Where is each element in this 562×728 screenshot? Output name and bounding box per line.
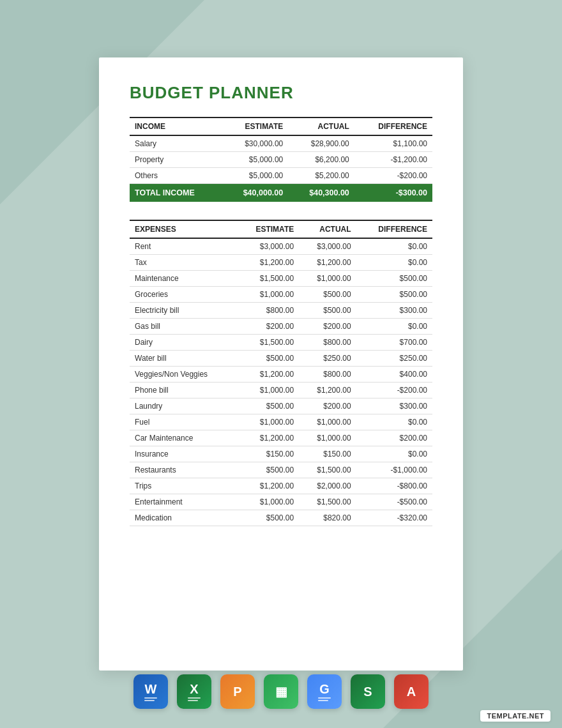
expenses-row: Electricity bill $800.00 $500.00 $300.00	[130, 303, 432, 319]
expenses-row-estimate: $500.00	[237, 351, 300, 367]
income-row-actual: $28,900.00	[288, 135, 354, 152]
income-row: Property $5,000.00 $6,200.00 -$1,200.00	[130, 152, 432, 168]
expenses-row-label: Veggies/Non Veggies	[130, 367, 237, 383]
expenses-row-diff: $300.00	[356, 398, 432, 414]
income-col2: ESTIMATE	[222, 118, 289, 135]
income-row-estimate: $5,000.00	[222, 168, 289, 184]
expenses-col2: ESTIMATE	[237, 220, 300, 238]
income-col3: ACTUAL	[288, 118, 354, 135]
expenses-row-actual: $500.00	[299, 303, 356, 319]
expenses-row: Laundry $500.00 $200.00 $300.00	[130, 398, 432, 414]
expenses-row-diff: $500.00	[356, 287, 432, 303]
microsoft-word-icon[interactable]: W	[133, 674, 168, 709]
expenses-row-actual: $1,200.00	[299, 255, 356, 271]
expenses-row-label: Trips	[130, 478, 237, 494]
income-total-diff: -$300.00	[354, 184, 432, 202]
expenses-row: Gas bill $200.00 $200.00 $0.00	[130, 319, 432, 335]
income-row-label: Others	[130, 168, 222, 184]
expenses-row-estimate: $150.00	[237, 446, 300, 462]
income-table: INCOME ESTIMATE ACTUAL Difference Salary…	[130, 117, 432, 202]
expenses-row-estimate: $500.00	[237, 462, 300, 478]
expenses-row-estimate: $1,000.00	[237, 287, 300, 303]
expenses-row: Water bill $500.00 $250.00 $250.00	[130, 351, 432, 367]
expenses-row-actual: $1,000.00	[299, 271, 356, 287]
income-row-actual: $5,200.00	[288, 168, 354, 184]
adobe-pdf-icon[interactable]: A	[394, 674, 429, 709]
expenses-row-estimate: $1,000.00	[237, 383, 300, 398]
income-row-diff: -$200.00	[354, 168, 432, 184]
expenses-row-diff: $300.00	[356, 303, 432, 319]
expenses-row-diff: -$320.00	[356, 510, 432, 526]
expenses-row-actual: $1,500.00	[299, 494, 356, 510]
expenses-row: Insurance $150.00 $150.00 $0.00	[130, 446, 432, 462]
expenses-row-diff: $0.00	[356, 319, 432, 335]
expenses-row-diff: -$1,000.00	[356, 462, 432, 478]
expenses-row-diff: $0.00	[356, 446, 432, 462]
expenses-row: Veggies/Non Veggies $1,200.00 $800.00 $4…	[130, 367, 432, 383]
expenses-row-diff: $0.00	[356, 414, 432, 430]
apple-numbers-icon[interactable]: ▦	[264, 674, 298, 709]
expenses-row-estimate: $1,200.00	[237, 430, 300, 446]
expenses-row: Phone bill $1,000.00 $1,200.00 -$200.00	[130, 383, 432, 398]
expenses-row-actual: $2,000.00	[299, 478, 356, 494]
expenses-row: Car Maintenance $1,200.00 $1,000.00 $200…	[130, 430, 432, 446]
expenses-row-estimate: $1,500.00	[237, 335, 300, 351]
page-title: BUDGET PLANNER	[130, 83, 432, 103]
expenses-row-estimate: $1,200.00	[237, 255, 300, 271]
expenses-row: Rent $3,000.00 $3,000.00 $0.00	[130, 238, 432, 255]
income-total-row: TOTAL INCOME $40,000.00 $40,300.00 -$300…	[130, 184, 432, 202]
income-row-label: Salary	[130, 135, 222, 152]
expenses-row-label: Phone bill	[130, 383, 237, 398]
expenses-row: Groceries $1,000.00 $500.00 $500.00	[130, 287, 432, 303]
expenses-row-diff: $0.00	[356, 238, 432, 255]
expenses-row-label: Rent	[130, 238, 237, 255]
expenses-row-label: Fuel	[130, 414, 237, 430]
expenses-row-actual: $1,200.00	[299, 383, 356, 398]
expenses-table: EXPENSES ESTIMATE ACTUAL Difference Rent…	[130, 220, 432, 526]
expenses-row-estimate: $200.00	[237, 319, 300, 335]
expenses-row: Entertainment $1,000.00 $1,500.00 -$500.…	[130, 494, 432, 510]
expenses-row-diff: $500.00	[356, 271, 432, 287]
income-total-estimate: $40,000.00	[222, 184, 289, 202]
expenses-row-actual: $1,000.00	[299, 414, 356, 430]
expenses-row-actual: $1,000.00	[299, 430, 356, 446]
google-sheets-icon[interactable]: S	[351, 674, 385, 709]
expenses-row: Dairy $1,500.00 $800.00 $700.00	[130, 335, 432, 351]
expenses-row: Maintenance $1,500.00 $1,000.00 $500.00	[130, 271, 432, 287]
expenses-row-actual: $500.00	[299, 287, 356, 303]
expenses-row-actual: $3,000.00	[299, 238, 356, 255]
income-row: Salary $30,000.00 $28,900.00 $1,100.00	[130, 135, 432, 152]
expenses-row-estimate: $500.00	[237, 398, 300, 414]
expenses-row-actual: $820.00	[299, 510, 356, 526]
expenses-row-estimate: $3,000.00	[237, 238, 300, 255]
expenses-row-actual: $800.00	[299, 335, 356, 351]
expenses-row-actual: $150.00	[299, 446, 356, 462]
expenses-row: Fuel $1,000.00 $1,000.00 $0.00	[130, 414, 432, 430]
google-docs-icon[interactable]: G	[307, 674, 342, 709]
income-row-estimate: $30,000.00	[222, 135, 289, 152]
income-total-actual: $40,300.00	[288, 184, 354, 202]
expenses-row-label: Gas bill	[130, 319, 237, 335]
expenses-row-estimate: $1,000.00	[237, 414, 300, 430]
expenses-row-diff: -$500.00	[356, 494, 432, 510]
expenses-row-label: Electricity bill	[130, 303, 237, 319]
microsoft-excel-icon[interactable]: X	[177, 674, 211, 709]
expenses-row-estimate: $1,500.00	[237, 271, 300, 287]
income-row-label: Property	[130, 152, 222, 168]
expenses-row-label: Tax	[130, 255, 237, 271]
income-row-diff: $1,100.00	[354, 135, 432, 152]
expenses-row-label: Maintenance	[130, 271, 237, 287]
income-total-label: TOTAL INCOME	[130, 184, 222, 202]
expenses-row-actual: $800.00	[299, 367, 356, 383]
apple-pages-icon[interactable]: P	[220, 674, 255, 709]
expenses-row-diff: -$800.00	[356, 478, 432, 494]
app-icons-bar: W X P▦G SA	[0, 674, 562, 709]
expenses-row-diff: $200.00	[356, 430, 432, 446]
expenses-row-label: Restaurants	[130, 462, 237, 478]
expenses-row-actual: $200.00	[299, 398, 356, 414]
income-row-diff: -$1,200.00	[354, 152, 432, 168]
expenses-row: Tax $1,200.00 $1,200.00 $0.00	[130, 255, 432, 271]
expenses-row: Restaurants $500.00 $1,500.00 -$1,000.00	[130, 462, 432, 478]
expenses-row-label: Dairy	[130, 335, 237, 351]
expenses-row-label: Insurance	[130, 446, 237, 462]
